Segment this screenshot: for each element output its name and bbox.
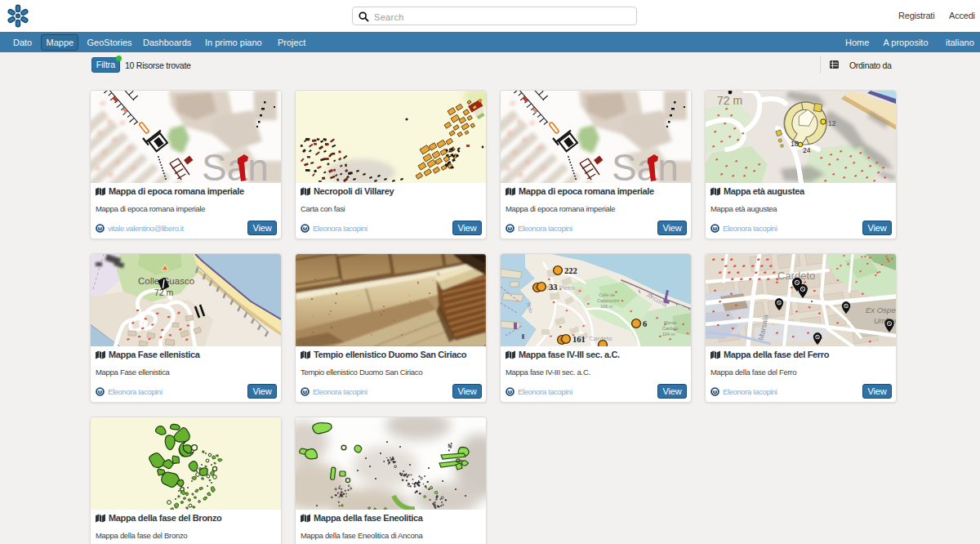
- svg-text:33: 33: [549, 283, 558, 292]
- svg-text:San: San: [612, 146, 679, 183]
- svg-text:Colle de: Colle de: [599, 292, 615, 297]
- svg-text:18: 18: [791, 140, 799, 148]
- svg-text:222: 222: [564, 266, 577, 275]
- svg-text:72 m: 72 m: [717, 94, 742, 107]
- svg-text:Cappuccini: Cappuccini: [597, 298, 619, 303]
- svg-text:106 m: 106 m: [600, 304, 613, 309]
- svg-text:San: San: [202, 146, 269, 183]
- svg-text:24: 24: [803, 146, 811, 154]
- svg-text:Cardeto: Cardeto: [662, 326, 679, 331]
- svg-text:161: 161: [572, 335, 586, 344]
- svg-text:6: 6: [643, 319, 647, 328]
- svg-text:12: 12: [828, 119, 836, 127]
- svg-text:Ex Osped: Ex Osped: [866, 305, 896, 314]
- svg-text:104 m: 104 m: [662, 332, 675, 337]
- svg-text:Monte: Monte: [664, 320, 676, 325]
